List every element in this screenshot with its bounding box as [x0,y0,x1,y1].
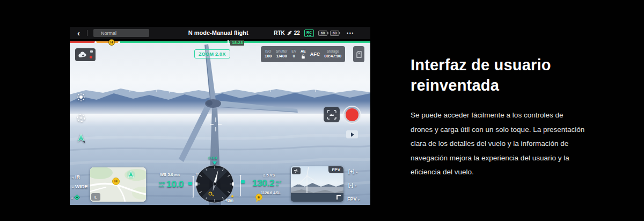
storage-label: Storage [327,49,339,54]
alt-unit: m [276,183,281,187]
right-scale-marker [241,180,245,183]
flight-mode-normal-button[interactable]: Normal [93,29,149,37]
right-scale [240,175,241,196]
rtk-status[interactable]: RTK 22 [274,30,300,36]
rc-label: RC [306,31,312,34]
camera-settings-bar[interactable]: ISO 100 Shutter 1/400 EV 0 AE AFC Storag… [261,46,345,62]
zoom-out-button[interactable]: [-] ▸ [348,182,356,188]
altitude-value: 130.2 [252,178,274,189]
heading-value: 000 [208,156,218,160]
storage-value: 00:47:00 [324,54,341,59]
spd-unit: m/s [159,185,165,188]
zoom-in-button[interactable]: [+] ▸ [348,169,357,174]
rtk-label: RTK [274,30,285,36]
fpv-thumb-label: FPV [328,166,343,173]
arrow-right-icon: ▸ [355,183,356,187]
swap-arrows-icon [294,169,299,173]
map-home-marker: H [112,178,120,185]
shutter-label: Shutter [276,49,287,54]
focus-mode-button[interactable] [324,107,340,122]
drone-app-screenshot: ‹ Normal N mode-Manual flight RTK 22 RC [70,27,370,205]
expand-icon[interactable] [336,195,341,200]
asl-value: 1126.6 ASL [261,191,281,195]
text-content: Interfaz de usuario reinventada Se puede… [411,55,589,180]
arrow-left-icon: ◂ [71,196,72,200]
sd-card-icon [356,51,362,58]
alert-dot [90,56,92,58]
section-body: Se puede acceder fácilmente a los contro… [411,108,586,180]
ir-label: IR [75,174,80,180]
gimbal-marker[interactable]: ◂ [71,194,80,201]
iso-label: ISO [265,49,271,54]
focus-brackets-icon [327,110,336,120]
zoom-level-badge[interactable]: ZOOM 2.0X [194,49,230,58]
exposure-sun-icon[interactable] [76,92,86,102]
wide-label: WIDE [75,184,88,189]
shutter-value: 1/400 [276,54,287,59]
more-menu-button[interactable]: ••• [347,31,354,36]
afc-mode: AFC [310,51,320,57]
speed-readout: SPD m/s 10.0 [159,179,184,190]
iso-value: 100 [265,54,272,59]
gimbal-diamond-icon [74,194,80,201]
map-layer-button[interactable]: L [91,193,100,201]
zoom-in-label: [+] [348,169,354,174]
record-button[interactable] [343,106,361,124]
camera-view[interactable]: ZOOM 2.0X ISO 100 Shutter 1/400 EV 0 AE [70,43,370,205]
top-status-bar: ‹ Normal N mode-Manual flight RTK 22 RC [70,27,370,39]
rc-signal-badge[interactable]: RC [304,30,314,37]
wind-speed: WS 5.0 m/s [160,172,180,177]
battery-2: 60 [330,31,339,36]
ae-label: AE [301,49,306,54]
ev-label: EV [291,49,296,54]
home-point-marker: H [108,39,115,46]
current-position-tick [228,40,229,44]
satellite-count: 22 [294,30,300,36]
fpv-switch-label: FPV [347,196,357,202]
section-heading: Interfaz de usuario reinventada [411,55,573,95]
divider [87,30,87,36]
ae-lock-icon [301,54,305,59]
speed-value: 10.0 [166,179,184,190]
left-scale [193,176,194,197]
play-icon [351,132,354,137]
vertical-speed: 2.5 VS [263,173,275,178]
distance-value: 43m [225,198,233,203]
minimap[interactable]: H L [90,167,146,202]
playback-button[interactable] [346,130,358,138]
status-mark [90,50,93,53]
back-button[interactable]: ‹ [77,27,80,39]
arrow-right-icon: ▸ [358,197,360,201]
left-scale-marker [188,182,192,185]
cloud-sync-button[interactable] [75,48,96,61]
wide-view-button[interactable]: ◂ WIDE [72,184,88,189]
arrow-left-icon: ◂ [72,185,74,189]
remaining-time-badge: 18:23 [230,40,244,46]
arrow-left-icon: ◂ [72,175,74,179]
home-point-hud-marker: H [255,194,262,201]
battery-1: 60 [318,31,327,36]
flight-mode-title: N mode-Manual flight [188,27,248,39]
cloud-drone-icon [78,51,89,58]
fpv-thumbnail[interactable]: FPV [291,166,343,202]
altitude-readout: 130.2 ALT m [252,178,281,189]
ir-view-button[interactable]: ◂ IR [72,174,80,180]
arrow-right-icon: ▸ [356,170,357,174]
satellite-icon [287,30,292,36]
record-red-core [346,108,358,121]
ev-value: 0 [292,54,295,59]
swap-view-button[interactable] [292,167,301,174]
fpv-switch-button[interactable]: FPV ▸ [347,196,360,202]
distance-dot [231,195,233,197]
rc-signal-dots [307,35,311,36]
spot-metering-icon[interactable] [76,113,86,123]
sd-card-button[interactable] [353,46,364,62]
drone-orientation-icon[interactable] [76,133,86,144]
zoom-out-label: [-] [348,182,353,188]
battery-group[interactable]: 60 60 [318,31,339,36]
